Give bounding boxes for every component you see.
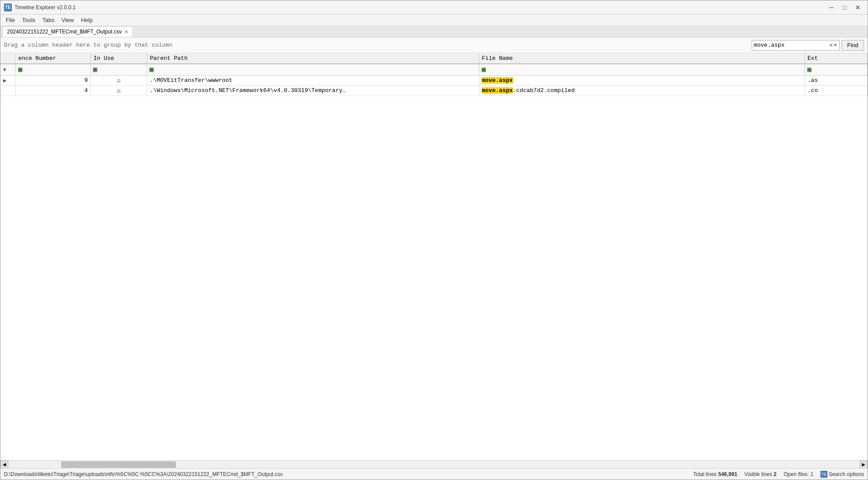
menu-tools[interactable]: Tools [19, 16, 39, 24]
find-button[interactable]: Find [842, 40, 864, 51]
menu-bar: File Tools Tabs View Help [0, 15, 868, 26]
col-header-inuse[interactable]: In Use [91, 53, 147, 64]
title-bar: TE Timeline Explorer v2.0.0.1 ─ □ ✕ [0, 0, 868, 15]
main-window: TE Timeline Explorer v2.0.0.1 ─ □ ✕ File… [0, 0, 868, 480]
app-icon: TE [4, 4, 12, 11]
window-title: Timeline Explorer v2.0.0.1 [15, 4, 825, 11]
menu-help[interactable]: Help [78, 16, 96, 24]
row-parent-1: .\MOVEitTransfer\wwwroot [147, 75, 479, 85]
filename-suffix-2: .cdcab7d2.compiled [513, 87, 575, 94]
row-filename-2: move.aspx.cdcab7d2.compiled [479, 85, 805, 96]
filter-cell-seq: ▣ [15, 64, 91, 75]
status-visible-lines: Visible lines 2 [744, 471, 776, 477]
col-header-ext[interactable]: Ext [805, 53, 867, 64]
col-header-parent[interactable]: Parent Path [147, 53, 479, 64]
row-expand-1[interactable]: ▶ [0, 75, 15, 85]
filename-highlight-1: move.aspx [482, 77, 513, 84]
status-open-files: Open files: 1 [784, 471, 813, 477]
minimize-button[interactable]: ─ [825, 3, 838, 12]
total-lines-label: Total lines [693, 471, 716, 477]
window-controls: ─ □ ✕ [825, 3, 864, 12]
filter-ext-icon: ▣ [807, 66, 812, 73]
visible-lines-label: Visible lines [744, 471, 772, 477]
file-tab[interactable]: 20240322151222_MFTECmd_$MFT_Output.csv ✕ [2, 26, 133, 37]
filter-row: ▼ ▣ ▣ ▣ [0, 64, 868, 75]
row-seq-1: 9 [15, 75, 91, 85]
file-tab-close-button[interactable]: ✕ [124, 29, 128, 35]
status-bar: D:\Downloads\iliketo\Triage\Triage\uploa… [0, 468, 868, 480]
open-files-value: 1 [810, 471, 813, 477]
row-filename-1: move.aspx [479, 75, 805, 85]
scroll-thumb[interactable] [61, 462, 176, 468]
open-files-label: Open files: [784, 471, 809, 477]
column-header-row: ence Number In Use Parent Path File Name… [0, 53, 868, 64]
menu-tabs[interactable]: Tabs [39, 16, 58, 24]
close-button[interactable]: ✕ [852, 3, 864, 12]
filter-icon[interactable]: ▼ [2, 67, 7, 72]
row-parent-2: .\Windows\Microsoft.NET\Framework64\v4.0… [147, 85, 479, 96]
table-row[interactable]: 4 ☑ .\Windows\Microsoft.NET\Framework64\… [0, 85, 868, 96]
filter-cell-inuse: ▣ [91, 64, 147, 75]
scroll-track[interactable] [8, 461, 860, 468]
filter-cell-filename: ▣ [479, 64, 805, 75]
file-tab-bar: 20240322151222_MFTECmd_$MFT_Output.csv ✕ [0, 26, 868, 37]
search-options-icon: TE [820, 471, 827, 478]
drag-hint-text: Drag a column header here to group by th… [4, 42, 752, 48]
row-inuse-1: ☑ [91, 75, 147, 85]
status-search-options[interactable]: TE Search options [820, 471, 864, 478]
filter-inuse-icon: ▣ [93, 66, 97, 73]
toolbar: Drag a column header here to group by th… [0, 37, 868, 53]
visible-lines-value: 2 [774, 471, 777, 477]
filter-cell-parent: ▣ [147, 64, 479, 75]
col-header-seq[interactable]: ence Number [15, 53, 91, 64]
data-table: ence Number In Use Parent Path File Name… [0, 53, 868, 96]
file-tab-label: 20240322151222_MFTECmd_$MFT_Output.csv [7, 29, 122, 35]
filename-highlight-2: move.aspx [482, 87, 513, 94]
search-input[interactable] [754, 42, 829, 48]
scroll-right-button[interactable]: ▶ [860, 461, 868, 469]
filter-cell-expand: ▼ [0, 64, 15, 75]
table-container[interactable]: ence Number In Use Parent Path File Name… [0, 53, 868, 460]
row-expand-2[interactable] [0, 85, 15, 96]
row-ext-2: .co [805, 85, 867, 96]
row-inuse-2: ☑ [91, 85, 147, 96]
status-path: D:\Downloads\iliketo\Triage\Triage\uploa… [4, 471, 686, 477]
menu-file[interactable]: File [2, 16, 19, 24]
row-seq-2: 4 [15, 85, 91, 96]
maximize-button[interactable]: □ [838, 3, 851, 12]
search-clear-button[interactable]: ✕ [829, 42, 833, 48]
filter-filename-icon: ▣ [481, 66, 486, 73]
filter-seq-icon: ▣ [18, 66, 22, 73]
row-ext-1: .as [805, 75, 867, 85]
status-right: Total lines 546,991 Visible lines 2 Open… [693, 471, 864, 478]
total-lines-value: 546,991 [718, 471, 737, 477]
filter-parent-icon: ▣ [149, 66, 154, 73]
checkbox-checked-icon-2: ☑ [117, 88, 121, 94]
search-input-wrapper: ✕ ▾ [752, 40, 840, 51]
search-dropdown-button[interactable]: ▾ [833, 42, 838, 48]
search-options-label: Search options [829, 471, 864, 477]
table-row[interactable]: ▶ 9 ☑ .\MOVEitTransfer\wwwroot move.aspx… [0, 75, 868, 85]
checkbox-checked-icon: ☑ [117, 78, 121, 84]
col-header-expand [0, 53, 15, 64]
col-header-filename[interactable]: File Name [479, 53, 805, 64]
horizontal-scrollbar[interactable]: ◀ ▶ [0, 460, 868, 468]
search-box: ✕ ▾ Find [752, 40, 864, 51]
menu-view[interactable]: View [58, 16, 78, 24]
scroll-left-button[interactable]: ◀ [0, 461, 8, 469]
filter-cell-ext: ▣ [805, 64, 867, 75]
status-total-lines: Total lines 546,991 [693, 471, 737, 477]
